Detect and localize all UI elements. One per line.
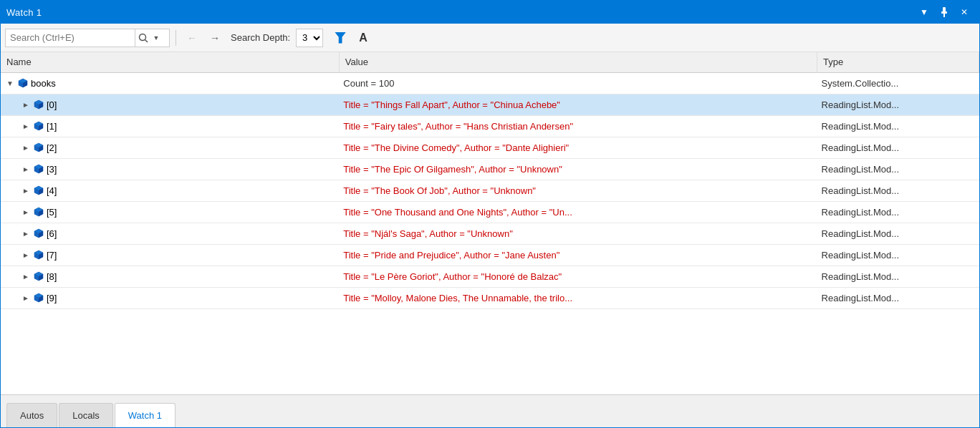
tab-watch1[interactable]: Watch 1 (115, 403, 176, 427)
cell-type: ReadingList.Mod... (817, 158, 979, 180)
cell-value: Title = "Njál's Saga", Author = "Unknown… (339, 223, 817, 244)
expand-arrow[interactable]: ► (21, 142, 31, 152)
tab-autos[interactable]: Autos (6, 403, 57, 427)
cube-icon (34, 250, 44, 260)
search-icon-btn[interactable] (135, 29, 150, 47)
cell-name: ► [5] (1, 201, 339, 223)
row-name: [0] (47, 99, 57, 110)
cell-value: Title = "One Thousand and One Nights", A… (339, 201, 817, 223)
table-row[interactable]: ► [5]Title = "One Thousand and One Night… (1, 201, 979, 223)
toolbar-separator-1 (176, 30, 176, 46)
search-dropdown-btn[interactable]: ▼ (150, 29, 162, 47)
table-header-row: Name Value Type (1, 52, 979, 72)
table-row[interactable]: ► [6]Title = "Njál's Saga", Author = "Un… (1, 223, 979, 244)
search-input[interactable] (6, 31, 135, 44)
search-depth-label: Search Depth: (231, 32, 290, 43)
cell-type: ReadingList.Mod... (817, 201, 979, 223)
expand-arrow[interactable]: ► (21, 250, 31, 260)
tab-locals[interactable]: Locals (59, 403, 113, 427)
row-name: [6] (47, 228, 57, 239)
header-type: Type (817, 52, 979, 72)
close-button[interactable]: ✕ (955, 4, 974, 20)
cell-name: ► [9] (1, 287, 339, 308)
svg-line-4 (145, 39, 148, 42)
expand-arrow[interactable]: ► (21, 99, 31, 110)
cube-icon (34, 164, 44, 174)
cell-value: Title = "Fairy tales", Author = "Hans Ch… (339, 115, 817, 137)
table-row[interactable]: ► [3]Title = "The Epic Of Gilgamesh", Au… (1, 158, 979, 180)
row-name: books (31, 78, 56, 89)
pin-icon (939, 7, 949, 17)
pin-button[interactable] (935, 4, 953, 20)
table-body: ▼ booksCount = 100System.Collectio...► [… (1, 72, 979, 308)
header-name: Name (1, 52, 339, 72)
expand-arrow[interactable]: ► (21, 293, 31, 303)
table-container[interactable]: Name Value Type ▼ booksCount = 100System… (1, 52, 979, 394)
header-value: Value (339, 52, 817, 72)
table-row[interactable]: ► [8]Title = "Le Père Goriot", Author = … (1, 266, 979, 287)
expand-arrow[interactable]: ► (21, 121, 31, 131)
cell-type: ReadingList.Mod... (817, 94, 979, 115)
cube-icon (34, 99, 44, 110)
table-row[interactable]: ► [4]Title = "The Book Of Job", Author =… (1, 180, 979, 201)
expand-arrow[interactable]: ▼ (5, 78, 15, 88)
cell-type: ReadingList.Mod... (817, 266, 979, 287)
cube-icon (34, 228, 44, 238)
expand-arrow[interactable]: ► (21, 164, 31, 174)
table-row[interactable]: ► [0]Title = "Things Fall Apart", Author… (1, 94, 979, 115)
expand-arrow[interactable]: ► (21, 185, 31, 195)
cell-name: ► [2] (1, 137, 339, 158)
svg-rect-1 (941, 11, 947, 14)
cell-name: ► [8] (1, 266, 339, 287)
cell-type: ReadingList.Mod... (817, 137, 979, 158)
font-button[interactable]: A (353, 29, 373, 47)
table-row[interactable]: ► [2]Title = "The Divine Comedy", Author… (1, 137, 979, 158)
cell-name: ► [1] (1, 115, 339, 137)
cell-name: ▼ books (1, 72, 339, 94)
table-row[interactable]: ▼ booksCount = 100System.Collectio... (1, 72, 979, 94)
expand-arrow[interactable]: ► (21, 228, 31, 238)
bottom-tabs: Autos Locals Watch 1 (1, 394, 979, 427)
search-icon (138, 33, 148, 43)
cell-type: ReadingList.Mod... (817, 223, 979, 244)
table-row[interactable]: ► [1]Title = "Fairy tales", Author = "Ha… (1, 115, 979, 137)
cube-icon (34, 121, 44, 131)
row-name: [5] (47, 207, 57, 218)
cell-value: Title = "Molloy, Malone Dies, The Unnama… (339, 287, 817, 308)
cell-type: ReadingList.Mod... (817, 180, 979, 201)
cube-icon (34, 207, 44, 217)
cell-type: ReadingList.Mod... (817, 115, 979, 137)
dropdown-button[interactable]: ▼ (915, 4, 933, 20)
expand-arrow[interactable]: ► (21, 207, 31, 217)
forward-button[interactable]: → (205, 29, 225, 47)
cell-value: Title = "Things Fall Apart", Author = "C… (339, 94, 817, 115)
row-name: [4] (47, 185, 57, 196)
cube-icon (18, 78, 28, 88)
cell-type: System.Collectio... (817, 72, 979, 94)
cell-value: Title = "The Book Of Job", Author = "Unk… (339, 180, 817, 201)
cell-value: Count = 100 (339, 72, 817, 94)
back-button[interactable]: ← (182, 29, 202, 47)
cell-value: Title = "Pride and Prejudice", Author = … (339, 244, 817, 266)
cell-value: Title = "The Divine Comedy", Author = "D… (339, 137, 817, 158)
table-row[interactable]: ► [7]Title = "Pride and Prejudice", Auth… (1, 244, 979, 266)
toolbar: ▼ ← → Search Depth: 1 2 3 4 5 A (1, 24, 979, 52)
expand-arrow[interactable]: ► (21, 271, 31, 281)
row-name: [7] (47, 250, 57, 261)
svg-rect-0 (943, 7, 946, 12)
cell-name: ► [7] (1, 244, 339, 266)
row-name: [9] (47, 293, 57, 303)
search-box[interactable]: ▼ (5, 29, 170, 47)
data-table: Name Value Type ▼ booksCount = 100System… (1, 52, 979, 309)
table-row[interactable]: ► [9]Title = "Molloy, Malone Dies, The U… (1, 287, 979, 308)
cube-icon (34, 185, 44, 195)
row-name: [3] (47, 164, 57, 175)
cell-name: ► [0] (1, 94, 339, 115)
row-name: [2] (47, 142, 57, 153)
search-depth-select[interactable]: 1 2 3 4 5 (296, 29, 323, 47)
filter-button[interactable] (330, 29, 350, 47)
svg-point-3 (139, 34, 145, 40)
title-bar-title: Watch 1 (6, 7, 915, 18)
cell-name: ► [3] (1, 158, 339, 180)
cell-name: ► [4] (1, 180, 339, 201)
